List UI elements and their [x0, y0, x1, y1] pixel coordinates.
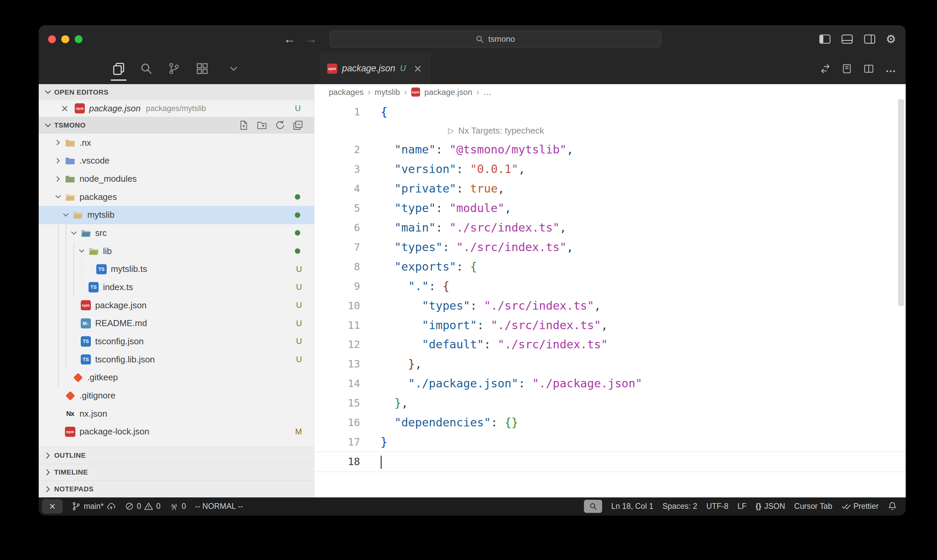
tab-package-json[interactable]: npm package.json U	[320, 53, 430, 84]
tree-item-.nx[interactable]: .nx	[39, 134, 314, 152]
settings-gear-icon[interactable]: ⚙	[886, 33, 896, 45]
npm-file-icon: npm	[327, 64, 337, 74]
extensions-view-icon[interactable]	[195, 61, 210, 77]
minimize-window-button[interactable]	[61, 35, 69, 43]
back-button[interactable]: ←	[283, 32, 296, 46]
tree-item-label: .vscode	[79, 156, 109, 166]
git-status-badge: M	[295, 427, 302, 437]
cursor-position[interactable]: Ln 18, Col 1	[611, 502, 653, 511]
more-actions-icon[interactable]: …	[885, 66, 896, 72]
close-editor-icon[interactable]	[60, 104, 69, 113]
tree-item-.gitkeep[interactable]: .gitkeep	[39, 369, 314, 387]
close-window-button[interactable]	[48, 35, 56, 43]
code-text: "private": true,	[360, 179, 505, 198]
split-editor-icon[interactable]	[864, 64, 874, 74]
breadcrumb-item[interactable]: mytslib	[375, 88, 400, 97]
refresh-explorer-icon[interactable]	[275, 120, 285, 130]
open-editors-header[interactable]: OPEN EDITORS	[39, 84, 314, 100]
open-editor-item[interactable]: npm package.json packages/mytslib U	[39, 100, 314, 117]
code-line-17: 17}	[314, 432, 906, 452]
eol-status[interactable]: LF	[737, 502, 746, 511]
tree-item-mytslib[interactable]: mytslib	[39, 206, 314, 224]
code-line-7: 7 "types": "./src/index.ts",	[314, 238, 906, 257]
line-number: 6	[314, 218, 360, 238]
language-mode[interactable]: {} JSON	[755, 502, 785, 511]
toggle-secondary-sidebar-icon[interactable]	[864, 34, 876, 44]
typescript-file-icon: TS	[88, 282, 99, 292]
tree-item-src[interactable]: src	[39, 224, 314, 242]
tree-item-label: .gitkeep	[87, 372, 118, 382]
breadcrumb-item[interactable]: package.json	[425, 88, 472, 97]
cursor-tab-status[interactable]: Cursor Tab	[794, 502, 832, 511]
tree-item-tsconfig.json[interactable]: TStsconfig.jsonU	[39, 332, 314, 351]
tree-item-lib[interactable]: lib	[39, 242, 314, 260]
indent-guide	[58, 206, 58, 387]
command-center-text: tsmono	[488, 34, 515, 44]
code-text: "types": "./src/index.ts",	[360, 238, 574, 257]
code-editor[interactable]: 1{▷Nx Targets: typecheck2 "name": "@tsmo…	[314, 100, 906, 497]
workspace-section-header[interactable]: TSMONO	[39, 117, 314, 134]
tree-item-packages[interactable]: packages	[39, 188, 314, 206]
activity-bar	[39, 53, 314, 84]
breadcrumb-item[interactable]: packages	[329, 88, 363, 97]
open-notebook-icon[interactable]	[842, 64, 852, 74]
tree-item-mytslib.ts[interactable]: TSmytslib.tsU	[39, 260, 314, 278]
explorer-view-icon[interactable]	[111, 61, 126, 77]
tree-item-.gitignore[interactable]: .gitignore	[39, 387, 314, 405]
line-number: 7	[314, 238, 360, 257]
command-center-search[interactable]: tsmono	[329, 31, 662, 48]
tree-item-package.json[interactable]: npmpackage.jsonU	[39, 296, 314, 314]
new-file-icon[interactable]	[238, 120, 249, 130]
code-text: "dependencies": {}	[360, 413, 518, 432]
more-views-chevron-icon[interactable]	[226, 61, 242, 77]
notifications-bell-icon[interactable]	[888, 502, 897, 511]
tree-item-readme.md[interactable]: M↓README.mdU	[39, 314, 314, 332]
tree-item-package-lock.json[interactable]: npmpackage-lock.jsonM	[39, 423, 314, 441]
maximize-window-button[interactable]	[75, 35, 83, 43]
notepads-section-header[interactable]: NOTEPADS	[39, 481, 314, 497]
formatter-status[interactable]: Prettier	[842, 502, 879, 511]
open-changes-icon[interactable]	[820, 64, 830, 74]
magnifier-icon	[589, 502, 597, 510]
tree-item-label: tsconfig.json	[95, 337, 144, 346]
toggle-panel-icon[interactable]	[841, 34, 853, 44]
tab-close-icon[interactable]	[413, 64, 423, 74]
git-status-badge: U	[295, 104, 300, 113]
titlebar: ← → tsmono ⚙	[39, 25, 906, 53]
indentation-status[interactable]: Spaces: 2	[662, 502, 697, 511]
chevron-down-icon	[53, 193, 63, 201]
folder-icon	[64, 155, 76, 166]
tree-item-.vscode[interactable]: .vscode	[39, 152, 314, 170]
search-view-icon[interactable]	[138, 61, 154, 77]
chevron-down-icon	[69, 229, 79, 237]
tree-item-label: src	[95, 228, 107, 238]
code-text: "exports": {	[360, 257, 477, 277]
editor-scrollbar[interactable]	[898, 99, 904, 306]
tree-item-tsconfig.lib.json[interactable]: TStsconfig.lib.jsonU	[39, 350, 314, 369]
collapse-folders-icon[interactable]	[293, 120, 303, 130]
tree-item-label: packages	[79, 192, 117, 202]
tree-item-label: mytslib.ts	[111, 264, 147, 274]
problems-status[interactable]: 0 0	[125, 502, 160, 511]
explorer-actions	[238, 120, 309, 130]
outline-section-header[interactable]: OUTLINE	[39, 447, 314, 464]
new-folder-icon[interactable]	[257, 120, 267, 130]
encoding-status[interactable]: UTF-8	[706, 502, 728, 511]
breadcrumb-item[interactable]: …	[483, 88, 491, 97]
file-tree: .nx.vscodenode_modulespackagesmytslibsrc…	[39, 134, 314, 440]
timeline-section-header[interactable]: TIMELINE	[39, 464, 314, 481]
tree-item-node-modules[interactable]: node_modules	[39, 170, 314, 188]
zoom-indicator[interactable]	[584, 500, 602, 513]
code-line-16: 16 "dependencies": {}	[314, 413, 906, 432]
remote-indicator[interactable]	[42, 499, 63, 514]
line-number: 4	[314, 179, 360, 198]
codelens-nx-targets[interactable]: ▷Nx Targets: typecheck	[448, 122, 544, 140]
toggle-primary-sidebar-icon[interactable]	[819, 34, 831, 44]
forward-button[interactable]: →	[305, 32, 318, 46]
source-control-view-icon[interactable]	[166, 61, 182, 77]
tree-item-index.ts[interactable]: TSindex.tsU	[39, 278, 314, 297]
branch-name: main*	[84, 502, 104, 511]
broadcast-status[interactable]: 0	[170, 502, 186, 511]
git-branch-status[interactable]: main*	[72, 502, 116, 511]
tree-item-nx.json[interactable]: Nxnx.json	[39, 405, 314, 423]
